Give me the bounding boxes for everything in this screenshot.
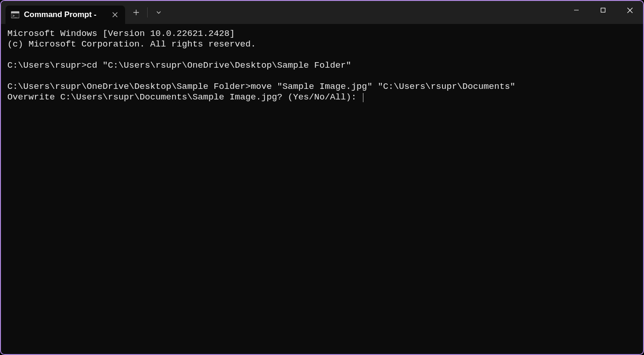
maximize-button[interactable] (590, 1, 616, 19)
titlebar: >_ Command Prompt - (1, 1, 643, 24)
svg-rect-1 (11, 12, 19, 13)
tab-dropdown-button[interactable] (150, 4, 167, 21)
terminal-output[interactable]: Microsoft Windows [Version 10.0.22621.24… (1, 24, 643, 354)
tab-title: Command Prompt - (24, 10, 105, 19)
tab-active[interactable]: >_ Command Prompt - (6, 6, 125, 24)
svg-rect-3 (601, 8, 605, 12)
tab-strip: >_ Command Prompt - (1, 1, 167, 24)
maximize-icon (600, 7, 606, 13)
divider (147, 7, 148, 17)
close-window-button[interactable] (616, 1, 643, 19)
tab-actions (125, 1, 167, 24)
new-tab-button[interactable] (128, 4, 144, 21)
close-icon (627, 7, 633, 13)
chevron-down-icon (156, 10, 161, 15)
tab-close-button[interactable] (109, 9, 121, 20)
svg-text:>_: >_ (12, 14, 17, 18)
minimize-icon (574, 7, 579, 13)
cmd-icon: >_ (11, 11, 19, 19)
minimize-button[interactable] (563, 1, 590, 19)
terminal-text: Microsoft Windows [Version 10.0.22621.24… (7, 29, 515, 102)
plus-icon (133, 9, 139, 16)
close-icon (112, 12, 118, 17)
window-controls (563, 1, 643, 24)
text-cursor (363, 93, 364, 102)
